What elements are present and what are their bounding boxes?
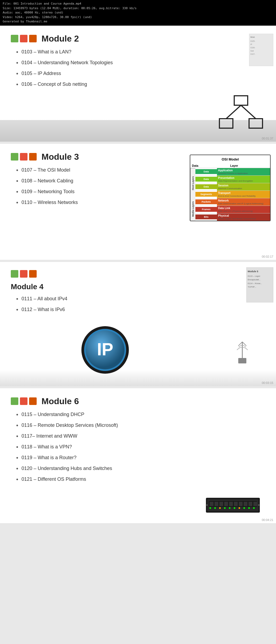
file-info-line5: Generated by Thumbnail.me (3, 19, 273, 24)
osi-name-app: Application Network Process to Applicati… (217, 168, 270, 175)
module4-list: 0111 – All about IPv4 0112 – What is IPv… (11, 295, 265, 313)
slide2-timestamp: 00:01:37 (262, 137, 273, 140)
color-block-orange (20, 270, 27, 278)
host-layers-label: Host Layers (190, 168, 195, 198)
slide3-timestamp: 00:02:17 (262, 255, 273, 258)
slide-module3: Module 3 0107 – The OSI Model 0108 – Net… (0, 144, 276, 260)
list-item: 0116 – Remote Desktop Services (Microsof… (16, 422, 265, 429)
color-block-darkorange (29, 397, 37, 405)
module6-color-blocks (11, 397, 37, 405)
list-item: 0105 – IP Address (16, 70, 265, 77)
osi-body: Host Layers Media Layers Data Applicatio… (190, 168, 270, 221)
list-item: 0115 – Understanding DHCP (16, 411, 265, 418)
module4-header (11, 270, 265, 278)
osi-row-session: Data Session Interhost Communication (195, 183, 270, 191)
osi-row-network: Packets Network Path Determination and I… (195, 198, 270, 206)
module4-title: Module 4 (11, 282, 265, 291)
slide4-timestamp: 00:03:15 (262, 381, 273, 384)
osi-name-dl: Data Link MAC and LLC (Physical addressi… (217, 206, 270, 213)
module2-color-blocks (11, 35, 37, 42)
svg-point-45 (239, 507, 240, 509)
color-block-green (11, 397, 18, 405)
list-item: 0120 – Understanding Hubs and Switches (16, 465, 265, 472)
osi-title: OSI Model (191, 156, 269, 162)
svg-point-43 (229, 507, 230, 509)
osi-layer-rows: Data Application Network Process to Appl… (195, 168, 270, 221)
module3-list: 0107 – The OSI Model 0108 – Network Cabl… (11, 167, 184, 206)
list-item: 0118 – What is a VPN? (16, 444, 265, 451)
osi-title-row: OSI Model (190, 155, 270, 163)
module2-title: Module 2 (42, 34, 79, 44)
color-block-darkorange (29, 270, 37, 278)
svg-point-39 (209, 507, 211, 509)
list-item: 0112 – What is IPv6 (16, 306, 265, 313)
svg-rect-32 (224, 502, 228, 506)
svg-point-48 (253, 507, 255, 509)
svg-rect-38 (253, 502, 257, 506)
osi-name-trans: Transport End-to-End Connections and Rel… (217, 191, 270, 198)
list-item: 0110 – Wireless Networks (16, 199, 184, 206)
svg-point-47 (248, 507, 250, 509)
osi-data-dl: Frames (195, 207, 217, 212)
svg-point-46 (243, 507, 245, 509)
svg-line-3 (226, 105, 241, 119)
color-block-green (11, 270, 18, 278)
color-block-green (11, 35, 18, 42)
list-item: 0119 – What is a Router? (16, 454, 265, 461)
list-item: 0117– Internet and WWW (16, 433, 265, 440)
list-item: 0108 – Network Cabling (16, 178, 184, 185)
color-block-darkorange (29, 35, 37, 42)
svg-rect-30 (215, 502, 218, 506)
osi-row-physical: Bits Physical Media, Signal, and Binary … (195, 213, 270, 221)
file-info-line2: Size: 13459973 bytes (12.84 MiB), durati… (3, 6, 273, 11)
osi-col-data: Data (192, 164, 230, 167)
osi-name-pres: Presentation Data Representation and Enc… (217, 176, 270, 183)
module6-title: Module 6 (42, 396, 79, 406)
file-info-header: File: 001 Introduction and Course Agenda… (0, 0, 276, 26)
osi-row-datalink: Frames Data Link MAC and LLC (Physical a… (195, 206, 270, 213)
osi-row-application: Data Application Network Process to Appl… (195, 168, 270, 176)
svg-rect-1 (219, 119, 233, 128)
svg-rect-37 (249, 502, 252, 506)
osi-model-container: OSI Model Data Layer Host Layers Media L… (190, 152, 271, 254)
ip-logo: IP (81, 326, 129, 375)
color-block-orange (20, 397, 27, 405)
module3-title: Module 3 (42, 152, 79, 162)
file-info-line1: File: 001 Introduction and Course Agenda… (3, 2, 273, 6)
osi-name-net: Network Path Determination and IP (Logic… (217, 198, 270, 206)
svg-rect-33 (229, 502, 233, 506)
osi-table: OSI Model Data Layer Host Layers Media L… (190, 155, 271, 221)
osi-row-transport: Segments Transport End-to-End Connection… (195, 191, 270, 198)
osi-data-trans: Segments (195, 192, 217, 197)
color-block-green (11, 153, 18, 161)
module4-color-blocks (11, 270, 37, 278)
color-block-orange (20, 153, 27, 161)
osi-row-presentation: Data Presentation Data Representation an… (195, 176, 270, 183)
media-layers-label: Media Layers (190, 198, 195, 220)
svg-rect-2 (249, 119, 263, 128)
list-item: 0103 – What is a LAN? (16, 49, 265, 56)
slide-module2: Module 2 0103 – What is a LAN? 0104 – Un… (0, 26, 276, 142)
file-info-line3: Audio: aac, 48000 Hz, stereo (und) (3, 11, 273, 15)
module2-header: Module 2 (11, 34, 265, 44)
list-item: 0107 – The OSI Model (16, 167, 184, 174)
module6-list: 0115 – Understanding DHCP 0116 – Remote … (11, 411, 265, 483)
svg-point-40 (214, 507, 216, 509)
osi-data-sess: Data (195, 184, 217, 189)
module3-header: Module 3 (11, 152, 184, 162)
osi-col-layer: Layer (230, 164, 268, 167)
svg-rect-31 (219, 502, 223, 506)
osi-data-pres: Data (195, 177, 217, 182)
module3-color-blocks (11, 153, 37, 161)
network-diagram (217, 93, 265, 136)
file-info-line4: Video: h264, yuv420p, 1280x720, 30.00 fp… (3, 15, 273, 20)
network-switch-icon (206, 492, 265, 518)
svg-point-42 (224, 507, 226, 509)
slide-module6: Module 6 0115 – Understanding DHCP 0116 … (0, 388, 276, 523)
list-item: 0121 – Different OS Platforms (16, 476, 265, 483)
svg-rect-29 (210, 502, 213, 506)
module2-list: 0103 – What is a LAN? 0104 – Understandi… (11, 49, 265, 88)
osi-name-phys: Physical Media, Signal, and Binary Trans… (217, 213, 270, 221)
svg-rect-22 (238, 358, 246, 363)
osi-name-sess: Session Interhost Communication (217, 183, 270, 190)
